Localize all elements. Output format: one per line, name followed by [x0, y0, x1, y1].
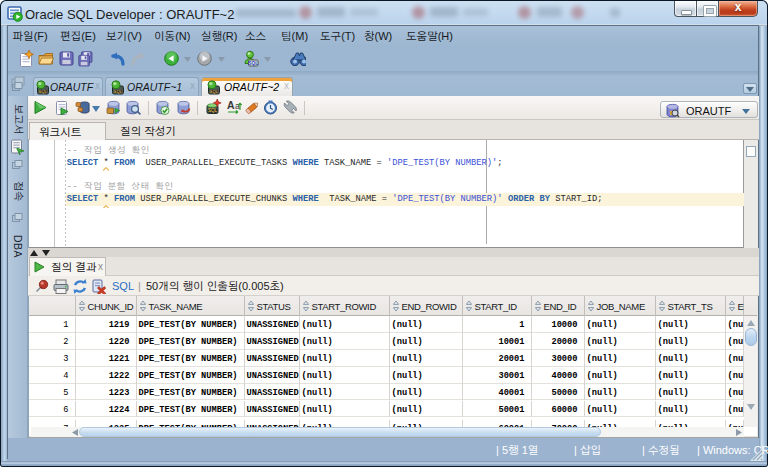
svg-text:a: a — [235, 101, 240, 111]
svg-text:SQL: SQL — [208, 108, 218, 113]
svg-text:A: A — [227, 99, 235, 111]
svg-text:SQL: SQL — [39, 89, 48, 94]
svg-text:SQL: SQL — [114, 89, 123, 94]
svg-text:SQL: SQL — [248, 61, 258, 66]
svg-text:SQL: SQL — [210, 89, 219, 94]
